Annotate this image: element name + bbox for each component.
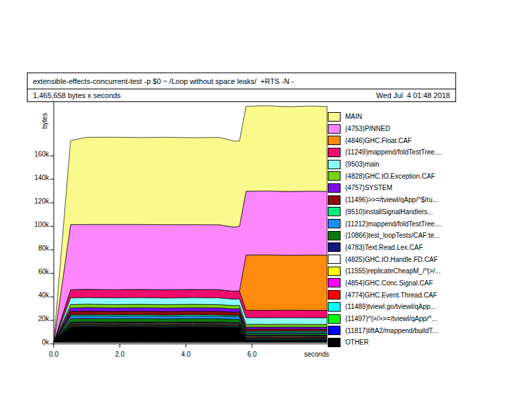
legend-label: (4753)PINNED <box>345 125 390 132</box>
legend-swatch-4825 <box>328 255 341 264</box>
legend-swatch-4757 <box>328 183 341 193</box>
page: { "header": { "title": "extensible-effec… <box>0 0 532 411</box>
y-tick-label: 140k <box>34 174 50 181</box>
legend-swatch-MAIN <box>328 112 341 122</box>
legend-item-11497: (11497)^|>/>>=/tviewl/qApp/^... <box>328 313 462 325</box>
legend-label: (10866)test_loopTests/CAF:te... <box>345 232 440 239</box>
legend-label: (11555)replicateCheapM_/^|>/... <box>345 267 441 275</box>
legend-label: (11489)tviewl.go/tviewl/qApp... <box>345 303 436 310</box>
legend-item-4828: (4828)GHC.IO.Exception.CAF <box>328 170 462 182</box>
legend-swatch-11496 <box>328 195 341 205</box>
legend-item-4825: (4825)GHC.IO.Handle.FD.CAF <box>328 253 462 265</box>
legend-swatch-11555 <box>328 267 341 276</box>
legend-item-4774: (4774)GHC.Event.Thread.CAF <box>328 289 462 301</box>
legend-label: (11249)mappend/foldTestTree.... <box>345 148 442 156</box>
legend-label: (11212)mappend/foldTestTree.... <box>345 220 442 228</box>
legend-item-11212: (11212)mappend/foldTestTree.... <box>328 218 462 230</box>
legend-label: (4825)GHC.IO.Handle.FD.CAF <box>345 256 438 263</box>
y-tick-label: 40k <box>38 291 50 299</box>
legend-item-11489: (11489)tviewl.go/tviewl/qApp... <box>328 301 462 313</box>
legend-label: (9503)main <box>345 161 380 168</box>
y-tick-label: 120k <box>34 197 50 205</box>
legend-label: (4757)SYSTEM <box>345 184 392 191</box>
y-tick-label: 160k <box>34 150 50 158</box>
legend-item-4783: (4783)Text.Read.Lex.CAF <box>328 242 462 254</box>
legend-swatch-4753 <box>328 124 341 134</box>
legend-swatch-11497 <box>328 314 341 324</box>
legend-item-9510: (9510)installSignalHandlers... <box>328 206 462 218</box>
legend-item-11555: (11555)replicateCheapM_/^|>/... <box>328 265 462 277</box>
legend-item-4753: (4753)PINNED <box>328 123 462 135</box>
x-tick-label: 6.0 <box>247 351 257 358</box>
legend-swatch-9503 <box>328 160 341 169</box>
legend-swatch-4774 <box>328 290 341 300</box>
legend-item-10866: (10866)test_loopTests/CAF:te... <box>328 230 462 242</box>
legend-swatch-10866 <box>328 231 341 240</box>
legend-label: (4783)Text.Read.Lex.CAF <box>345 244 423 251</box>
stacked-areas <box>54 105 327 342</box>
legend-item-4854: (4854)GHC.Conc.Signal.CAF <box>328 277 462 289</box>
legend-swatch-OTHER <box>328 338 341 347</box>
y-tick-label: 0k <box>42 338 50 346</box>
legend-item-OTHER: OTHER <box>328 336 462 349</box>
legend-item-4846: (4846)GHC.Float.CAF <box>328 134 462 146</box>
legend-label: OTHER <box>345 338 369 346</box>
legend-label: (4846)GHC.Float.CAF <box>345 137 412 144</box>
legend-label: (9510)installSignalHandlers... <box>345 208 433 216</box>
legend: MAIN(4753)PINNED(4846)GHC.Float.CAF(1124… <box>328 111 462 349</box>
legend-label: (4774)GHC.Event.Thread.CAF <box>345 291 437 299</box>
legend-label: MAIN <box>345 113 362 120</box>
legend-swatch-11249 <box>328 148 341 157</box>
x-tick-label: 4.0 <box>181 351 191 358</box>
legend-label: (11817)liftA2/mappend/buildT... <box>345 327 438 334</box>
legend-item-MAIN: MAIN <box>328 111 462 123</box>
legend-swatch-11489 <box>328 302 341 312</box>
legend-swatch-4783 <box>328 242 341 252</box>
y-tick-label: 20k <box>38 315 50 322</box>
legend-label: (11496)>>=/tviewl/qApp/^$/ru... <box>345 196 438 203</box>
legend-item-11249: (11249)mappend/foldTestTree.... <box>328 146 462 158</box>
legend-swatch-11212 <box>328 219 341 228</box>
legend-swatch-4846 <box>328 136 341 145</box>
legend-label: (4828)GHC.IO.Exception.CAF <box>345 173 435 180</box>
legend-label: (4854)GHC.Conc.Signal.CAF <box>345 279 433 287</box>
x-axis-title: seconds <box>304 351 329 358</box>
legend-item-11817: (11817)liftA2/mappend/buildT... <box>328 324 462 336</box>
legend-label: (11497)^|>/>>=/tviewl/qApp/^... <box>345 315 437 322</box>
legend-item-11496: (11496)>>=/tviewl/qApp/^$/ru... <box>328 194 462 206</box>
x-tick-label: 2.0 <box>115 351 124 358</box>
legend-swatch-11817 <box>328 326 341 335</box>
y-tick-label: 60k <box>38 268 50 275</box>
y-axis-title: bytes <box>41 113 48 129</box>
legend-item-9503: (9503)main <box>328 158 462 171</box>
y-tick-label: 80k <box>38 244 50 252</box>
x-tick-label: 0.0 <box>49 351 58 358</box>
y-tick-label: 100k <box>34 221 50 228</box>
legend-swatch-4854 <box>328 278 341 287</box>
legend-swatch-9510 <box>328 207 341 216</box>
legend-swatch-4828 <box>328 171 341 181</box>
legend-item-4757: (4757)SYSTEM <box>328 182 462 194</box>
